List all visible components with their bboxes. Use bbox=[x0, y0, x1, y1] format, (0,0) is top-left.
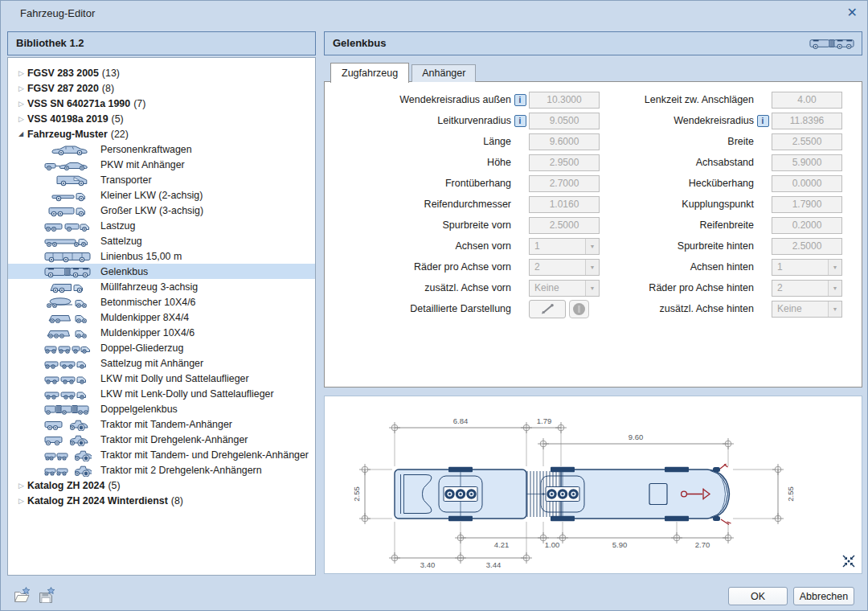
field-label: Achsabstand bbox=[606, 157, 754, 168]
tree-item-car-trailer[interactable]: PKW mit Anhänger bbox=[8, 157, 315, 172]
library-tree: ▷FGSV 283 2005(13)▷FGSV 287 2020(8)▷VSS … bbox=[7, 57, 316, 576]
field-label: Reifendurchmesser bbox=[325, 199, 511, 210]
open-favorites-button[interactable] bbox=[13, 587, 32, 607]
tree-group-6[interactable]: ▷Katalog ZH 2024 Winterdienst(8) bbox=[8, 493, 315, 508]
chevron-down-icon: ▼ bbox=[585, 260, 599, 275]
save-favorites-button[interactable] bbox=[37, 587, 56, 607]
tree-group-label: Katalog ZH 2024 Winterdienst bbox=[27, 495, 168, 506]
edit-detailed-shape-button[interactable] bbox=[529, 300, 566, 318]
tree-item-label: Muldenkipper 8X4/4 bbox=[100, 312, 189, 323]
value-field: 1.7900 bbox=[772, 196, 842, 213]
tree-item-truck-trailer[interactable]: Lastzug bbox=[8, 218, 315, 233]
dim-wheelbase: 5.90 bbox=[612, 540, 628, 549]
form-row: Wendekreisradiusi11.8396 bbox=[606, 110, 842, 131]
field-label: Räder pro Achse vorn bbox=[325, 261, 511, 273]
tree-group-0[interactable]: ▷FGSV 283 2005(13) bbox=[8, 65, 315, 80]
tree-item-label: Müllfahrzeug 3-achsig bbox=[100, 281, 198, 293]
tree-collapsed-icon[interactable]: ▷ bbox=[18, 84, 27, 92]
value-field: 2.5000 bbox=[529, 217, 600, 234]
dropdown-9: 2▼ bbox=[772, 280, 842, 297]
tree-item-tractor-pivot[interactable]: Traktor mit Drehgelenk-Anhänger bbox=[8, 432, 315, 447]
tree-item-label: Sattelzug bbox=[100, 236, 142, 247]
tree-item-double-road-train[interactable]: Doppel-Gliederzug bbox=[8, 340, 315, 355]
tree-item-dump-truck-10[interactable]: Muldenkipper 10X4/6 bbox=[8, 325, 315, 340]
dim-width-right: 2.55 bbox=[786, 486, 795, 502]
tree-item-label: Muldenkipper 10X4/6 bbox=[100, 327, 194, 338]
tree-item-truck-dolly-semitrailer[interactable]: LKW mit Dolly und Sattelauflieger bbox=[8, 371, 315, 386]
cancel-button[interactable]: Abbrechen bbox=[793, 587, 854, 605]
vehicle-icon-double-road-train bbox=[43, 342, 93, 355]
field-label: Spurbreite vorn bbox=[325, 219, 511, 231]
tree-item-label: Großer LKW (3-achsig) bbox=[100, 205, 203, 216]
dim-front-length: 9.60 bbox=[628, 433, 644, 441]
tab-anhaenger[interactable]: Anhänger bbox=[411, 64, 476, 82]
tree-item-van[interactable]: Transporter bbox=[8, 172, 315, 187]
dropdown-8: 1▼ bbox=[772, 259, 842, 276]
tree-group-1[interactable]: ▷FGSV 287 2020(8) bbox=[8, 80, 315, 96]
tree-item-tractor-two-pivot[interactable]: Traktor mit 2 Drehgelenk-Anhängern bbox=[8, 462, 315, 478]
field-label: Achsen hinten bbox=[606, 261, 754, 273]
tree-item-truck-small[interactable]: Kleiner LKW (2-achsig) bbox=[8, 187, 315, 203]
tree-group-label: VSS 40198a 2019 bbox=[27, 113, 108, 125]
tree-item-label: Traktor mit Drehgelenk-Anhänger bbox=[100, 434, 248, 445]
dropdown-9: Keine▼ bbox=[529, 280, 600, 297]
tree-item-tractor-tandem-pivot[interactable]: Traktor mit Tandem- und Drehgelenk-Anhän… bbox=[8, 447, 315, 462]
tree-item-semi[interactable]: Sattelzug bbox=[8, 233, 315, 248]
tree-item-label: Kleiner LKW (2-achsig) bbox=[100, 190, 203, 201]
tree-item-garbage-truck[interactable]: Müllfahrzeug 3-achsig bbox=[8, 279, 315, 294]
bus-body bbox=[395, 467, 730, 521]
tree-item-label: Traktor mit Tandem- und Drehgelenk-Anhän… bbox=[100, 449, 309, 461]
tree-group-4[interactable]: ◢Fahrzeug-Muster(22) bbox=[8, 126, 315, 141]
tree-collapsed-icon[interactable]: ▷ bbox=[18, 482, 27, 490]
tree-item-bus[interactable]: Linienbus 15,00 m bbox=[8, 248, 315, 264]
tree-collapsed-icon[interactable]: ▷ bbox=[18, 100, 27, 108]
field-label: Räder pro Achse hinten bbox=[606, 282, 754, 293]
tree-group-label: FGSV 283 2005 bbox=[27, 68, 99, 79]
form-row: Räder pro Achse vorn2▼ bbox=[325, 256, 600, 277]
tree-item-car[interactable]: Personenkraftwagen bbox=[8, 141, 315, 157]
tab-zugfahrzeug[interactable]: Zugfahrzeug bbox=[330, 63, 409, 83]
dim-articulation: 1.79 bbox=[537, 416, 552, 425]
tree-item-semi-with-trailer[interactable]: Sattelzug mit Anhänger bbox=[8, 355, 315, 371]
tree-group-5[interactable]: ▷Katalog ZH 2024(5) bbox=[8, 478, 315, 493]
tree-expanded-icon[interactable]: ◢ bbox=[18, 130, 27, 137]
close-icon[interactable]: ✕ bbox=[847, 5, 858, 21]
tree-collapsed-icon[interactable]: ▷ bbox=[18, 497, 27, 505]
tree-item-dump-truck-8[interactable]: Muldenkipper 8X4/4 bbox=[8, 310, 315, 325]
field-label: Länge bbox=[325, 136, 511, 147]
fit-view-icon[interactable] bbox=[841, 554, 856, 568]
form-row: Spurbreite vorn2.5000 bbox=[325, 215, 600, 236]
tree-item-truck-large[interactable]: Großer LKW (3-achsig) bbox=[8, 203, 315, 218]
tree-group-label: FGSV 287 2020 bbox=[27, 83, 99, 94]
tree-item-tractor-tandem[interactable]: Traktor mit Tandem-Anhänger bbox=[8, 416, 315, 432]
vehicle-icon-semi-with-trailer bbox=[43, 357, 93, 370]
field-label: Kupplungspunkt bbox=[606, 199, 754, 210]
tree-item-label: Doppel-Gliederzug bbox=[100, 342, 183, 354]
vehicle-icon-tractor-tandem bbox=[43, 418, 93, 431]
tree-collapsed-icon[interactable]: ▷ bbox=[18, 115, 27, 123]
tree-group-count: (8) bbox=[102, 83, 114, 94]
tree-group-label: Katalog ZH 2024 bbox=[27, 480, 104, 491]
info-icon[interactable]: i bbox=[757, 115, 769, 127]
value-field: 0.2000 bbox=[772, 217, 842, 234]
info-icon[interactable]: i bbox=[514, 115, 526, 127]
dim-joint-to-mid-axle: 1.00 bbox=[545, 540, 560, 549]
vehicle-drawing-panel: 6.84 1.79 9.60 2.55 2.55 4.21 1.00 5.90 … bbox=[324, 396, 862, 574]
tree-group-2[interactable]: ▷VSS SN 640271a 1990(7) bbox=[8, 96, 315, 111]
tree-item-truck-lenkdolly-semitrailer[interactable]: LKW mit Lenk-Dolly und Sattelauflieger bbox=[8, 386, 315, 401]
info-icon[interactable]: i bbox=[514, 94, 526, 106]
vehicle-icon-truck-lenkdolly-semitrailer bbox=[43, 388, 93, 400]
ok-button[interactable]: OK bbox=[728, 587, 788, 605]
tree-collapsed-icon[interactable]: ▷ bbox=[18, 69, 27, 77]
disk-star-icon bbox=[37, 587, 56, 605]
tree-item-articulated-bus[interactable]: Gelenkbus bbox=[8, 264, 315, 279]
tree-item-double-articulated-bus[interactable]: Doppelgelenkbus bbox=[8, 401, 315, 416]
field-label: zusätzl. Achse vorn bbox=[325, 282, 511, 293]
tree-group-count: (13) bbox=[102, 68, 120, 79]
form-row: Räder pro Achse hinten2▼ bbox=[606, 277, 842, 298]
tree-group-3[interactable]: ▷VSS 40198a 2019(5) bbox=[8, 111, 315, 126]
value-field: 10.3000 bbox=[529, 92, 600, 109]
tree-item-concrete-mixer[interactable]: Betonmischer 10X4/6 bbox=[8, 294, 315, 310]
form-row: Achsabstand5.9000 bbox=[606, 152, 842, 173]
folder-star-icon bbox=[13, 587, 32, 605]
